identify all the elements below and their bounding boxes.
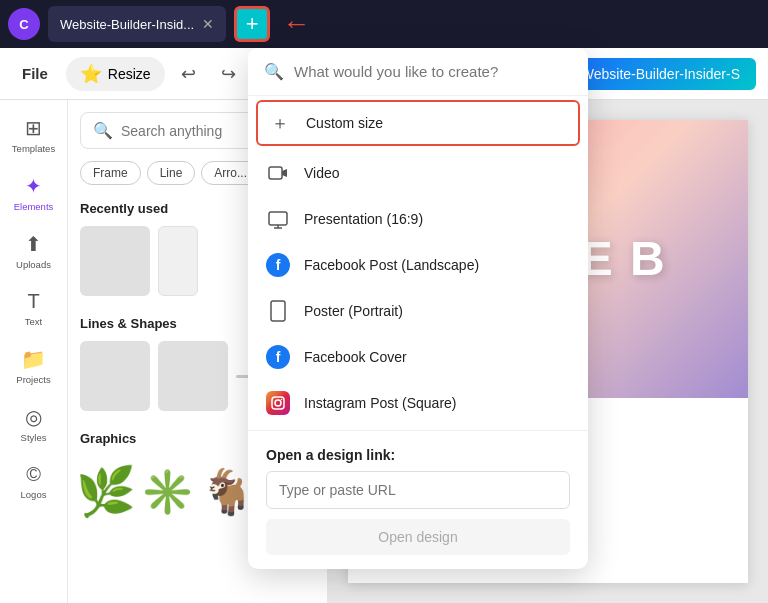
facebook-post-icon: f (266, 253, 290, 277)
sidebar-label-text: Text (25, 316, 42, 327)
poster-label: Poster (Portrait) (304, 303, 403, 319)
add-design-button[interactable]: + (234, 6, 270, 42)
resize-button[interactable]: ⭐ Resize (66, 57, 165, 91)
video-icon (266, 161, 290, 185)
graphic-item-3[interactable]: 🐐 (202, 456, 255, 528)
dropdown-item-facebook-cover[interactable]: f Facebook Cover (248, 334, 588, 380)
facebook-cover-label: Facebook Cover (304, 349, 407, 365)
instagram-post-icon (266, 391, 290, 415)
file-menu-button[interactable]: File (12, 59, 58, 88)
top-bar: C Website-Builder-Insid... ✕ + ← (0, 0, 768, 48)
tab-title: Website-Builder-Insid... (60, 17, 194, 32)
design-link-label: Open a design link: (266, 447, 570, 463)
elements-icon: ✦ (25, 174, 42, 198)
dropdown-item-presentation[interactable]: Presentation (16:9) (248, 196, 588, 242)
resize-star-icon: ⭐ (80, 63, 102, 85)
facebook-post-label: Facebook Post (Landscape) (304, 257, 479, 273)
redo-button[interactable]: ↪ (213, 58, 245, 90)
design-link-input[interactable] (266, 471, 570, 509)
text-icon: T (27, 290, 39, 313)
dropdown-divider (248, 430, 588, 431)
dropdown-search-icon: 🔍 (264, 62, 284, 81)
left-sidebar: ⊞ Templates ✦ Elements ⬆ Uploads T Text … (0, 100, 68, 603)
tab-close-icon[interactable]: ✕ (202, 16, 214, 32)
templates-icon: ⊞ (25, 116, 42, 140)
leaf-icon: 🌿 (80, 464, 133, 520)
styles-icon: ◎ (25, 405, 42, 429)
open-design-button[interactable]: Open design (266, 519, 570, 555)
sidebar-item-logos[interactable]: © Logos (4, 455, 64, 508)
shape-item-1[interactable] (80, 341, 150, 411)
sidebar-item-uploads[interactable]: ⬆ Uploads (4, 224, 64, 278)
svg-rect-2 (269, 212, 287, 225)
svg-rect-6 (272, 397, 284, 409)
projects-icon: 📁 (21, 347, 46, 371)
dropdown-item-instagram-post[interactable]: Instagram Post (Square) (248, 380, 588, 426)
svg-rect-0 (269, 167, 282, 179)
sidebar-label-elements: Elements (14, 201, 54, 212)
search-icon: 🔍 (93, 121, 113, 140)
dropdown-item-poster[interactable]: Poster (Portrait) (248, 288, 588, 334)
graphic-item-2[interactable]: ✳️ (141, 456, 194, 528)
dropdown-item-facebook-post[interactable]: f Facebook Post (Landscape) (248, 242, 588, 288)
dropdown-item-custom-size[interactable]: ＋ Custom size (256, 100, 580, 146)
arrow-indicator: ← (282, 8, 310, 40)
sidebar-label-projects: Projects (16, 374, 50, 385)
sidebar-item-templates[interactable]: ⊞ Templates (4, 108, 64, 162)
sidebar-item-styles[interactable]: ◎ Styles (4, 397, 64, 451)
recent-item-1[interactable] (80, 226, 150, 296)
resize-label: Resize (108, 66, 151, 82)
shape-item-2[interactable] (158, 341, 228, 411)
sidebar-item-elements[interactable]: ✦ Elements (4, 166, 64, 220)
spiky-icon: ✳️ (141, 466, 194, 518)
custom-size-icon: ＋ (268, 111, 292, 135)
design-title: Website-Builder-Insider-S (565, 58, 756, 90)
design-link-section: Open a design link: Open design (248, 435, 588, 561)
canva-logo: C (8, 8, 40, 40)
active-tab[interactable]: Website-Builder-Insid... ✕ (48, 6, 226, 42)
create-dropdown: 🔍 ＋ Custom size Video Presentation (16:9… (248, 48, 588, 569)
sidebar-label-templates: Templates (12, 143, 55, 154)
poster-icon (266, 299, 290, 323)
svg-point-7 (275, 400, 281, 406)
uploads-icon: ⬆ (25, 232, 42, 256)
recent-item-2[interactable] (158, 226, 198, 296)
dropdown-search-input[interactable] (294, 63, 572, 80)
svg-point-8 (281, 399, 283, 401)
presentation-label: Presentation (16:9) (304, 211, 423, 227)
instagram-post-label: Instagram Post (Square) (304, 395, 457, 411)
sidebar-item-text[interactable]: T Text (4, 282, 64, 335)
facebook-cover-icon: f (266, 345, 290, 369)
filter-frame[interactable]: Frame (80, 161, 141, 185)
sidebar-label-styles: Styles (21, 432, 47, 443)
filter-line[interactable]: Line (147, 161, 196, 185)
logos-icon: © (26, 463, 41, 486)
dropdown-item-video[interactable]: Video (248, 150, 588, 196)
undo-button[interactable]: ↩ (173, 58, 205, 90)
presentation-icon (266, 207, 290, 231)
custom-size-label: Custom size (306, 115, 383, 131)
svg-rect-5 (271, 301, 285, 321)
sidebar-item-projects[interactable]: 📁 Projects (4, 339, 64, 393)
graphic-item-1[interactable]: 🌿 (80, 456, 133, 528)
sidebar-label-logos: Logos (21, 489, 47, 500)
sidebar-label-uploads: Uploads (16, 259, 51, 270)
goat-icon: 🐐 (202, 466, 255, 518)
video-label: Video (304, 165, 340, 181)
dropdown-search-bar[interactable]: 🔍 (248, 48, 588, 96)
